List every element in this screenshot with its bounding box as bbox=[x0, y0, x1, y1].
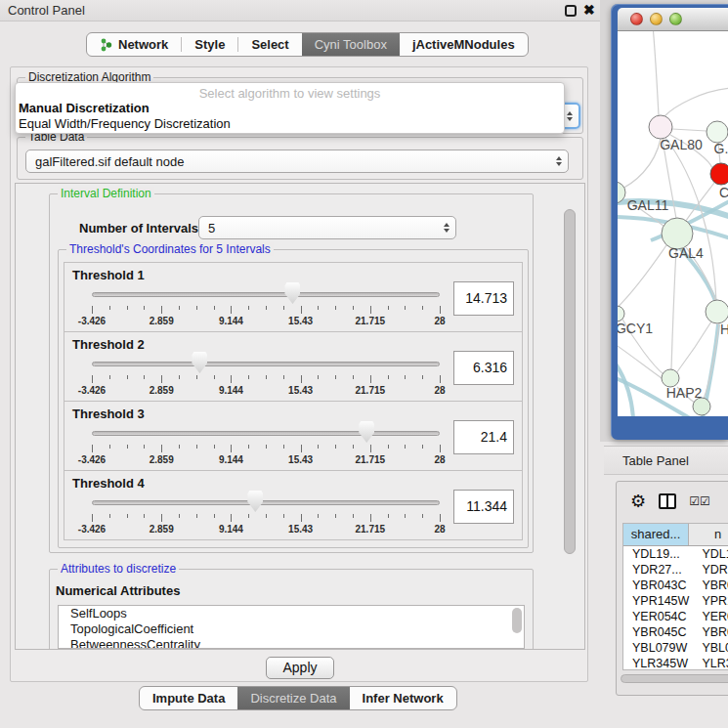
threshold-value-field[interactable]: 11.344 bbox=[453, 490, 514, 524]
table-row[interactable]: YBR045CYBR0 bbox=[623, 624, 728, 640]
close-traffic-icon[interactable] bbox=[630, 13, 643, 25]
threshold-slider-track[interactable] bbox=[92, 500, 440, 505]
cell-name[interactable]: YDL1 bbox=[697, 546, 728, 562]
attribute-list-item[interactable]: SelfLoops bbox=[59, 606, 524, 621]
network-view-window[interactable]: GAL80G.CGAL11GAL4HGCY1HAP2 bbox=[611, 4, 728, 440]
float-window-icon[interactable] bbox=[565, 5, 577, 17]
checkbox-icons[interactable]: ☑☑ bbox=[689, 494, 710, 508]
threshold-value-field[interactable]: 21.4 bbox=[453, 420, 514, 454]
slider-tick bbox=[283, 306, 284, 310]
column-split-icon[interactable] bbox=[659, 493, 676, 509]
threshold-slider-track[interactable] bbox=[92, 362, 440, 366]
minimize-traffic-icon[interactable] bbox=[650, 13, 663, 25]
scale-label: 15.43 bbox=[288, 524, 313, 535]
cell-shared-name[interactable]: YDR27... bbox=[623, 562, 697, 578]
column-header-shared-name[interactable]: shared... bbox=[623, 524, 689, 545]
slider-tick bbox=[335, 445, 336, 449]
cell-name[interactable]: YBL0 bbox=[697, 640, 728, 656]
zoom-traffic-icon[interactable] bbox=[669, 13, 682, 25]
cell-name[interactable]: YBR0 bbox=[697, 624, 728, 640]
slider-tick bbox=[144, 445, 145, 449]
slider-tick bbox=[196, 306, 197, 310]
tab-style[interactable]: Style bbox=[182, 33, 237, 56]
table-panel-header: Table Panel bbox=[604, 446, 728, 475]
threshold-slider-thumb[interactable] bbox=[284, 282, 300, 304]
bottom-tab-bar: Impute DataDiscretize DataInfer Network bbox=[139, 686, 457, 710]
cell-shared-name[interactable]: YPR145W bbox=[623, 593, 697, 609]
dropdown-option-manual[interactable]: Manual Discretization bbox=[16, 101, 564, 116]
numerical-attributes-list[interactable]: SelfLoopsTopologicalCoefficientBetweenne… bbox=[58, 605, 525, 649]
table-row[interactable]: YDR27...YDR2 bbox=[623, 562, 728, 578]
table-row[interactable]: YER054CYER0 bbox=[623, 609, 728, 624]
threshold-slider-track[interactable] bbox=[92, 292, 440, 297]
network-node-selected[interactable] bbox=[710, 163, 728, 185]
tab-network[interactable]: Network bbox=[87, 33, 181, 56]
network-node[interactable] bbox=[707, 121, 728, 143]
cell-shared-name[interactable]: YBR045C bbox=[623, 624, 697, 640]
slider-tick bbox=[405, 306, 406, 310]
threshold-slider-thumb[interactable] bbox=[247, 491, 263, 512]
table-row[interactable]: YBL079WYBL0 bbox=[623, 640, 728, 656]
group-title: Attributes to discretize bbox=[58, 562, 179, 576]
cell-shared-name[interactable]: YBL079W bbox=[623, 640, 697, 656]
threshold-value-field[interactable]: 14.713 bbox=[453, 281, 514, 316]
network-node[interactable] bbox=[706, 300, 728, 323]
network-window-titlebar[interactable] bbox=[618, 8, 728, 31]
tab-impute-data[interactable]: Impute Data bbox=[140, 687, 237, 709]
algorithm-dropdown-popup: Select algorithm to view settings Manual… bbox=[15, 82, 565, 134]
column-header-name[interactable]: n bbox=[689, 524, 728, 545]
slider-tick bbox=[335, 375, 336, 379]
cell-name[interactable]: YBR0 bbox=[697, 578, 728, 593]
threshold-slider-thumb[interactable] bbox=[359, 421, 374, 443]
table-row[interactable]: YLR345WYLR3 bbox=[623, 656, 728, 670]
table-data-combobox[interactable]: galFiltered.sif default node bbox=[25, 150, 569, 173]
apply-button[interactable]: Apply bbox=[266, 657, 334, 679]
slider-tick bbox=[196, 514, 197, 518]
threshold-slider-thumb[interactable] bbox=[192, 352, 207, 373]
slider-tick bbox=[353, 306, 354, 310]
cell-name[interactable]: YDR2 bbox=[697, 562, 728, 578]
slider-tick bbox=[161, 375, 162, 383]
table-body: YDL19...YDL1YDR27...YDR2YBR043CYBR0YPR14… bbox=[623, 546, 728, 670]
slider-tick bbox=[422, 306, 423, 310]
slider-tick bbox=[370, 514, 371, 522]
cell-name[interactable]: YPR1 bbox=[697, 593, 728, 609]
threshold-1-panel: Threshold 1-3.4262.8599.14415.4321.71528… bbox=[64, 262, 523, 332]
cell-name[interactable]: YLR3 bbox=[697, 656, 728, 670]
network-node-label: C bbox=[719, 185, 728, 200]
network-node[interactable] bbox=[649, 115, 672, 139]
table-row[interactable]: YBR043CYBR0 bbox=[623, 578, 728, 593]
cell-name[interactable]: YER0 bbox=[697, 609, 728, 624]
tab-cyni-toolbox[interactable]: Cyni Toolbox bbox=[302, 33, 400, 56]
cell-shared-name[interactable]: YBR043C bbox=[623, 578, 697, 593]
cell-shared-name[interactable]: YDL19... bbox=[623, 546, 697, 562]
threshold-list: Threshold 1-3.4262.8599.14415.4321.71528… bbox=[64, 263, 523, 540]
network-node[interactable] bbox=[618, 306, 624, 321]
cell-shared-name[interactable]: YLR345W bbox=[623, 656, 697, 670]
tab-select[interactable]: Select bbox=[238, 33, 301, 56]
dropdown-option-equal-width[interactable]: Equal Width/Frequency Discretization bbox=[16, 116, 564, 132]
slider-tick bbox=[179, 306, 180, 310]
cell-shared-name[interactable]: YER054C bbox=[623, 609, 697, 624]
network-icon bbox=[100, 37, 112, 52]
threshold-value-field[interactable]: 6.316 bbox=[453, 351, 514, 385]
vertical-scrollbar[interactable] bbox=[564, 209, 576, 554]
tab-jactivemnodules[interactable]: jActiveMNodules bbox=[400, 33, 528, 56]
attribute-list-item[interactable]: TopologicalCoefficient bbox=[59, 621, 524, 637]
slider-tick bbox=[214, 445, 215, 449]
network-canvas[interactable]: GAL80G.CGAL11GAL4HGCY1HAP2 bbox=[618, 31, 728, 416]
gear-icon[interactable]: ⚙ bbox=[630, 492, 646, 510]
horizontal-scrollbar[interactable] bbox=[621, 674, 728, 683]
node-table[interactable]: shared... n YDL19...YDL1YDR27...YDR2YBR0… bbox=[622, 523, 728, 670]
slider-tick bbox=[92, 306, 93, 314]
close-icon[interactable]: ✖ bbox=[583, 2, 595, 18]
slider-tick bbox=[370, 375, 371, 383]
table-row[interactable]: YPR145WYPR1 bbox=[623, 593, 728, 609]
threshold-slider-track[interactable] bbox=[92, 431, 440, 436]
tab-discretize-data[interactable]: Discretize Data bbox=[237, 687, 349, 709]
num-intervals-combobox[interactable]: 5 bbox=[198, 216, 456, 239]
tab-infer-network[interactable]: Infer Network bbox=[350, 687, 456, 709]
table-row[interactable]: YDL19...YDL1 bbox=[623, 546, 728, 562]
attribute-list-item[interactable]: BetweennessCentrality bbox=[59, 637, 524, 649]
list-scrollbar[interactable] bbox=[512, 608, 522, 633]
